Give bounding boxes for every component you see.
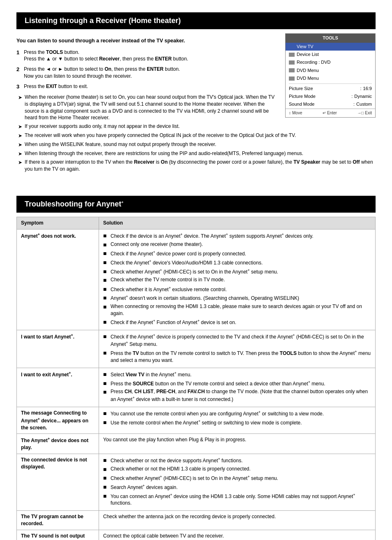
table-row: The connected device is not displayed. ■…	[17, 454, 376, 510]
table-row: The message Connecting to Anynet+ device…	[17, 407, 376, 433]
table-row: The TV sound is not output through the r…	[17, 530, 376, 540]
bullet-5: ➤ When listening through the receiver, t…	[16, 150, 376, 158]
bullet-3: ➤ The receiver will work when you have p…	[16, 132, 376, 139]
solution-6: ■Check whether or not the device support…	[99, 454, 376, 510]
symptom-1: Anynet+ does not work.	[17, 229, 99, 330]
step-text-3: Press the EXIT button to exit.	[24, 83, 277, 90]
step-text-1: Press the TOOLS button. Press the ▲ or ▼…	[24, 49, 277, 63]
solution-7: Check whether the antenna jack on the re…	[99, 511, 376, 530]
tools-row-dvd-menu-2: DVD Menu	[286, 74, 375, 82]
tools-footer-move: ↕ Move	[289, 110, 302, 116]
trouble-table: Symptom Solution Anynet+ does not work. …	[16, 217, 376, 540]
symptom-4: The message Connecting to Anynet+ device…	[17, 407, 99, 433]
tools-icon-view-tv	[289, 44, 295, 49]
section-title: Listening through a Receiver (Home theat…	[19, 12, 376, 29]
tools-row-dvd-menu-1: DVD Menu	[286, 67, 375, 74]
bullet-1: ➤ When the receiver (home theater) is se…	[16, 94, 277, 121]
section-title-trouble: Troubleshooting for Anynet+	[19, 196, 376, 213]
tools-row-view-tv: View TV	[286, 43, 375, 51]
section-troubleshooting: Troubleshooting for Anynet+ Symptom Solu…	[16, 196, 376, 540]
tools-prop-sound-mode: Sound Mode : Custom	[286, 100, 375, 108]
tools-label-dvd-menu-1: DVD Menu	[297, 67, 319, 74]
solution-5: You cannot use the play function when Pl…	[99, 434, 376, 454]
bullet-6: ➤ If there is a power interruption to th…	[16, 159, 376, 173]
table-row: The TV program cannot be recorded. Check…	[17, 511, 376, 530]
section-header-trouble: Troubleshooting for Anynet+	[16, 196, 376, 213]
tools-icon-dvd1	[289, 68, 295, 72]
step-text-2: Press the ◄ or ► button to select to On,…	[24, 66, 277, 80]
step-number-1: 1	[16, 49, 24, 56]
section-receiver: Listening through a Receiver (Home theat…	[16, 12, 376, 183]
col-symptom: Symptom	[17, 217, 99, 229]
table-row: I want to exit Anynet+. ■Select View TV …	[17, 368, 376, 407]
symptom-6: The connected device is not displayed.	[17, 454, 99, 510]
tools-label-device-list: Device List	[297, 51, 319, 58]
symptom-3: I want to exit Anynet+.	[17, 368, 99, 407]
step-2: 2 Press the ◄ or ► button to select to O…	[16, 66, 277, 80]
tools-dialog-title: TOOLS	[286, 34, 375, 42]
tools-label-dvd-menu-2: DVD Menu	[297, 75, 319, 81]
tools-prop-picture-mode: Picture Mode : Dynamic	[286, 93, 375, 100]
tools-row-recording: Recording : DVD	[286, 58, 375, 66]
tools-label-recording: Recording : DVD	[297, 59, 331, 65]
step-number-2: 2	[16, 66, 24, 73]
tools-icon-recording	[289, 60, 295, 65]
tools-prop-picture-size: Picture Size : 16:9	[286, 85, 375, 93]
table-row: I want to start Anynet+. ■Check if the A…	[17, 330, 376, 368]
tools-icon-device-list	[289, 53, 295, 57]
trouble-table-container: Symptom Solution Anynet+ does not work. …	[16, 217, 376, 540]
section-body: TOOLS View TV Device List Recording : DV…	[16, 33, 376, 183]
symptom-2: I want to start Anynet+.	[17, 330, 99, 368]
tools-footer: ↕ Move ↵ Enter →□ Exit	[286, 109, 375, 117]
solution-3: ■Select View TV in the Anynet+ menu. ■Pr…	[99, 368, 376, 407]
symptom-5: The Anynet+ device does not play.	[17, 434, 99, 454]
tools-divider	[289, 83, 372, 84]
bullet-4: ➤ When using the WISELINK feature, sound…	[16, 141, 376, 148]
col-solution: Solution	[99, 217, 376, 229]
step-1: 1 Press the TOOLS button. Press the ▲ or…	[16, 49, 277, 63]
tools-footer-exit: →□ Exit	[357, 110, 372, 116]
symptom-7: The TV program cannot be recorded.	[17, 511, 99, 530]
tools-icon-dvd2	[289, 76, 295, 81]
step-number-3: 3	[16, 83, 24, 90]
tools-label-view-tv: View TV	[297, 44, 314, 50]
symptom-8: The TV sound is not output through the r…	[17, 530, 99, 540]
step-3: 3 Press the EXIT button to exit.	[16, 83, 277, 90]
solution-4: ■You cannot use the remote control when …	[99, 407, 376, 433]
bullet-2: ➤ If your receiver supports audio only, …	[16, 123, 376, 130]
section-header-receiver: Listening through a Receiver (Home theat…	[16, 12, 376, 29]
table-header-row: Symptom Solution	[17, 217, 376, 229]
table-row: Anynet+ does not work. ■Check if the dev…	[17, 229, 376, 330]
tools-dialog: TOOLS View TV Device List Recording : DV…	[285, 33, 376, 118]
tools-row-device-list: Device List	[286, 51, 375, 58]
table-row: The Anynet+ device does not play. You ca…	[17, 434, 376, 454]
solution-2: ■Check if the Anynet+ device is properly…	[99, 330, 376, 368]
solution-1: ■Check if the device is an Anynet+ devic…	[99, 229, 376, 330]
solution-8: Connect the optical cable between TV and…	[99, 530, 376, 540]
tools-footer-enter: ↵ Enter	[323, 110, 337, 116]
